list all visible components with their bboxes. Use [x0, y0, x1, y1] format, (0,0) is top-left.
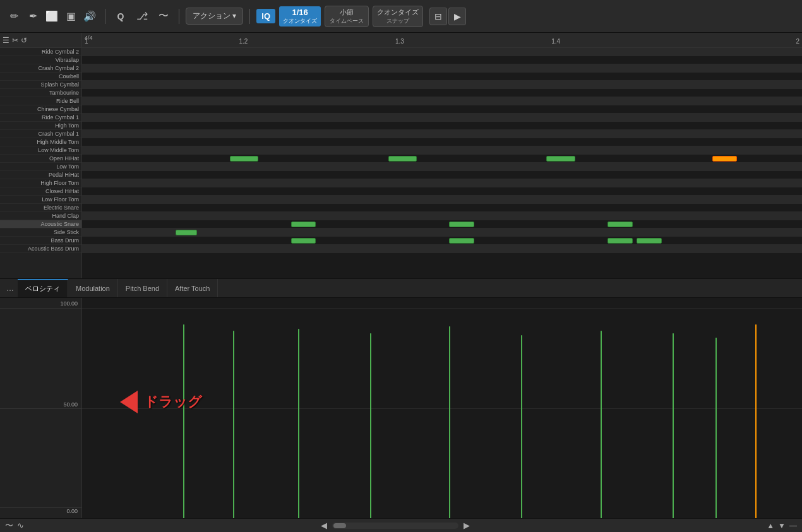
- grid-row: [82, 105, 802, 114]
- velocity-bar[interactable]: [673, 333, 674, 518]
- grid-row: [82, 89, 802, 97]
- nav-forward[interactable]: ▶: [448, 8, 466, 25]
- note-block[interactable]: [449, 238, 474, 244]
- track-label: Ride Cymbal 1: [0, 114, 81, 122]
- tab-velocity[interactable]: ベロシティ: [18, 279, 68, 297]
- scissors-icon: ✂: [12, 36, 18, 45]
- tabs-menu-button[interactable]: …: [3, 279, 18, 297]
- track-label: Chinese Cymbal: [0, 105, 81, 114]
- eraser-tool[interactable]: ⬜: [43, 8, 61, 25]
- track-label: Bass Drum: [0, 237, 81, 245]
- grid-row: [82, 130, 802, 138]
- grid-row: [82, 56, 802, 64]
- zoom-up-icon[interactable]: ▲: [767, 521, 774, 530]
- note-block[interactable]: [637, 238, 662, 244]
- note-block[interactable]: [449, 222, 474, 227]
- grid-row: [82, 245, 802, 253]
- note-block[interactable]: [607, 222, 633, 227]
- note-block[interactable]: [388, 156, 417, 162]
- q-tool[interactable]: Q: [112, 8, 129, 25]
- tool-group-draw: ✏ ✒ ⬜ ▣ 🔊: [5, 8, 99, 25]
- tab-modulation[interactable]: Modulation: [68, 279, 118, 297]
- zoom-down-icon[interactable]: ▼: [778, 521, 786, 530]
- timeline-bar: 4/4 1 1.2 1.3 1.4 2: [82, 33, 802, 48]
- grid-row: [82, 212, 802, 220]
- velocity-grid[interactable]: ドラッグ: [82, 298, 802, 518]
- velocity-bar[interactable]: [755, 324, 757, 518]
- iq-button[interactable]: IQ: [256, 9, 275, 23]
- drag-arrow-icon: [120, 391, 138, 413]
- grid-row: [82, 122, 802, 130]
- grid-row: [82, 73, 802, 81]
- drag-label: ドラッグ: [144, 393, 202, 411]
- nav-buttons: ⊟ ▶: [429, 8, 466, 25]
- grid-row: [82, 179, 802, 187]
- pen-tool[interactable]: ✒: [24, 8, 42, 25]
- track-label: Cowbell: [0, 73, 81, 81]
- note-block[interactable]: [291, 238, 316, 244]
- zoom-minus-icon[interactable]: —: [789, 521, 797, 530]
- velocity-bar[interactable]: [601, 331, 602, 518]
- timebase-dropdown[interactable]: 小節 タイムベース: [325, 6, 369, 27]
- scroll-right-icon[interactable]: ▶: [464, 521, 470, 530]
- note-block[interactable]: [607, 238, 633, 244]
- pencil-tool[interactable]: ✏: [5, 8, 23, 25]
- note-block[interactable]: [546, 156, 575, 162]
- track-labels: Ride Cymbal 2VibraslapCrash Cymbal 2Cowb…: [0, 48, 81, 278]
- toolbar: ✏ ✒ ⬜ ▣ 🔊 Q ⎇ 〜 アクション ▾ IQ 1/16 クオンタイズ 小…: [0, 0, 802, 33]
- tab-after-touch[interactable]: After Touch: [167, 279, 218, 297]
- track-header-top: ☰ ✂ ↺: [0, 33, 81, 48]
- track-label: Crash Cymbal 1: [0, 130, 81, 138]
- note-area[interactable]: 4/4 1 1.2 1.3 1.4 2: [82, 33, 802, 278]
- note-block[interactable]: [712, 156, 738, 162]
- track-label: Vibraslap: [0, 56, 81, 64]
- quantize-selector[interactable]: 1/16 クオンタイズ: [279, 6, 321, 27]
- velocity-bar[interactable]: [449, 326, 450, 518]
- quantize-value: 1/16: [292, 8, 308, 17]
- drag-annotation: ドラッグ: [120, 391, 202, 413]
- velocity-bar[interactable]: [521, 335, 522, 518]
- vel-label-100: 100.00: [60, 300, 78, 307]
- speaker-tool[interactable]: 🔊: [81, 8, 99, 25]
- snap-label: スナップ: [386, 17, 409, 25]
- loop-icon: ↺: [21, 36, 27, 45]
- action-button[interactable]: アクション ▾: [186, 8, 243, 25]
- grid-row: [82, 187, 802, 196]
- velocity-bar[interactable]: [233, 331, 234, 518]
- snap-value: クオンタイズ: [377, 8, 419, 17]
- note-block[interactable]: [291, 222, 316, 227]
- track-header: ☰ ✂ ↺ Ride Cymbal 2VibraslapCrash Cymbal…: [0, 33, 82, 278]
- scroll-track[interactable]: [332, 523, 458, 529]
- track-label: Low Middle Tom: [0, 146, 81, 155]
- main-area: ☰ ✂ ↺ Ride Cymbal 2VibraslapCrash Cymbal…: [0, 33, 802, 532]
- grid-row: [82, 196, 802, 204]
- wave-tool[interactable]: 〜: [155, 8, 172, 25]
- velocity-bar[interactable]: [183, 324, 184, 518]
- nav-back[interactable]: ⊟: [429, 8, 447, 25]
- wave-icon[interactable]: 〜: [5, 520, 13, 531]
- marker-1-4: 1.4: [551, 38, 560, 45]
- track-label: Ride Bell: [0, 97, 81, 105]
- tab-pitch-bend[interactable]: Pitch Bend: [118, 279, 167, 297]
- velocity-bar[interactable]: [715, 338, 717, 518]
- midi-tool[interactable]: ⎇: [133, 8, 151, 25]
- region-tool[interactable]: ▣: [62, 8, 80, 25]
- grid-row: [82, 171, 802, 179]
- track-label: Ride Cymbal 2: [0, 48, 81, 56]
- grid-row: [82, 237, 802, 245]
- marker-1-2: 1.2: [239, 38, 248, 45]
- timebase-label: タイムベース: [330, 17, 364, 25]
- note-block[interactable]: [176, 230, 197, 235]
- scroll-left-icon[interactable]: ◀: [321, 521, 327, 530]
- wave2-icon[interactable]: ∿: [17, 521, 24, 530]
- bottom-right-controls: ▲ ▼ —: [767, 521, 797, 530]
- velocity-bar[interactable]: [370, 333, 371, 518]
- note-block[interactable]: [230, 156, 259, 162]
- grid-row: [82, 220, 802, 228]
- scroll-thumb[interactable]: [333, 523, 346, 528]
- velocity-content: 100.00 50.00 0.00 ドラッグ: [0, 298, 802, 518]
- snap-dropdown[interactable]: クオンタイズ スナップ: [373, 6, 423, 27]
- notes-grid[interactable]: [82, 48, 802, 253]
- grid-row: [82, 48, 802, 56]
- velocity-bar[interactable]: [298, 329, 299, 518]
